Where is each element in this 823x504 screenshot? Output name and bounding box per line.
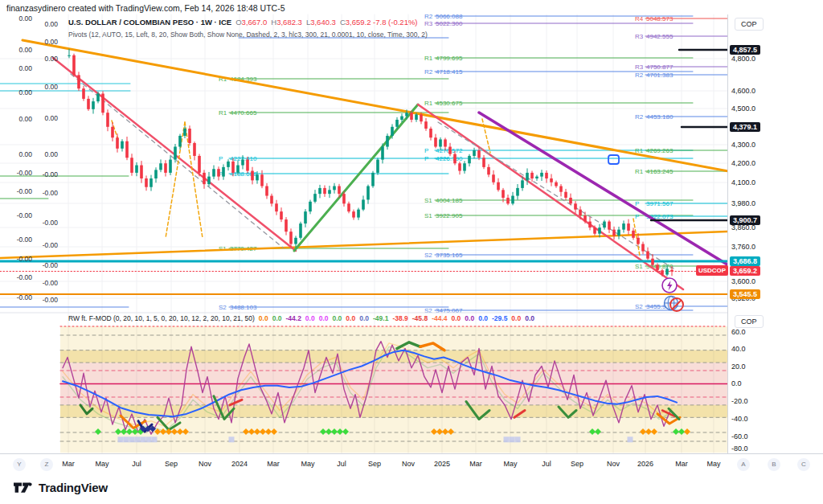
pivot-level-value: 4799.695 bbox=[436, 55, 463, 62]
pivot-level-value: 4163.245 bbox=[646, 168, 674, 175]
pivot-level-label: R4 bbox=[635, 15, 644, 23]
pivot-level-label: R1 bbox=[424, 55, 433, 62]
pivot-level-value: 3488.103 bbox=[230, 304, 257, 311]
symbol-price-badge: USDCOP bbox=[696, 265, 728, 276]
time-axis-label: May bbox=[301, 460, 314, 468]
signal-square bbox=[141, 436, 146, 442]
time-axis-label: Jul bbox=[337, 460, 346, 468]
tradingview-logo-icon bbox=[13, 481, 34, 494]
pivot-level-label: S1 bbox=[424, 197, 432, 204]
lower-indicator-legend[interactable]: RW ft. F-MOD (0, 20, 10, 1, 5, 0, 20, 10… bbox=[68, 314, 534, 322]
tradingview-logo[interactable]: TradingView bbox=[13, 481, 108, 494]
pivot-level-label: R2 bbox=[424, 68, 433, 76]
lower-indicator-value: 0.0 bbox=[359, 314, 369, 322]
toolbar-button-y[interactable]: Y bbox=[13, 458, 26, 471]
pivot-level-value: 4701.383 bbox=[646, 72, 674, 79]
lower-axis-label: -80.0 bbox=[731, 445, 748, 453]
pivot-level-value: 4530.675 bbox=[436, 100, 463, 107]
price-badge: 3,659.2 bbox=[730, 266, 760, 276]
lower-indicator-value: 0.0 bbox=[346, 314, 355, 322]
lower-indicator-value: 0.0 bbox=[525, 314, 534, 322]
signal-square bbox=[229, 436, 235, 442]
toolbar-button-z[interactable]: Z bbox=[40, 458, 53, 471]
time-axis-label: Nov bbox=[402, 460, 415, 468]
price-badge: 3,686.8 bbox=[730, 256, 760, 266]
lower-indicator-value: 0.0 bbox=[465, 314, 474, 322]
lower-indicator-value: 0.0 bbox=[319, 314, 329, 322]
signal-square bbox=[515, 436, 521, 442]
price-axis-label: 3,980.0 bbox=[731, 199, 755, 207]
symbol-legend[interactable]: U.S. DOLLAR / COLOMBIAN PESO · 1W · ICEO… bbox=[68, 17, 418, 27]
pivot-level-value: 3475.067 bbox=[436, 307, 463, 314]
pivot-level-value: 4718.415 bbox=[436, 68, 463, 76]
time-axis-label: Mar bbox=[267, 460, 280, 468]
pivot-level-value: 5022.300 bbox=[436, 20, 463, 27]
pivot-level-label: S2 bbox=[424, 307, 432, 314]
signal-square bbox=[504, 436, 510, 442]
signal-square bbox=[124, 436, 129, 442]
low-value: 3,640.3 bbox=[310, 18, 336, 27]
time-axis-label: May bbox=[503, 460, 517, 468]
open-value: 3,667.0 bbox=[242, 18, 268, 27]
lower-indicator-value: 0.0 bbox=[305, 314, 315, 322]
time-axis-label: Nov bbox=[607, 460, 620, 468]
lower-indicator-value: -44.2 bbox=[285, 314, 301, 322]
lower-indicator-title[interactable]: RW ft. F-MOD (0, 20, 10, 1, 5, 0, 20, 10… bbox=[68, 314, 255, 322]
footer: TradingView bbox=[0, 475, 823, 504]
price-axis-label: 3,760.0 bbox=[731, 243, 755, 251]
lower-axis-label: -20.0 bbox=[731, 397, 748, 405]
time-axis[interactable]: MarMayJulSepNov2024MarMayJulSepNov2025Ma… bbox=[0, 453, 823, 476]
time-axis-label: Jul bbox=[542, 460, 551, 468]
time-axis-label: May bbox=[706, 460, 720, 468]
pivot-level-value: 3735.165 bbox=[436, 252, 463, 259]
time-axis-label: Nov bbox=[199, 460, 211, 468]
signal-square bbox=[118, 436, 124, 442]
trend-drawings bbox=[0, 40, 727, 294]
lower-indicator-value: 0.0 bbox=[478, 314, 488, 322]
lower-axis-label: 20.0 bbox=[731, 363, 746, 371]
toolbar-button-c[interactable]: C bbox=[797, 458, 810, 471]
lower-indicator-value: -29.5 bbox=[492, 314, 507, 322]
symbol-title[interactable]: U.S. DOLLAR / COLOMBIAN PESO · 1W · ICE bbox=[68, 18, 231, 27]
pivot-level-label: P bbox=[635, 200, 639, 207]
toolbar-button-b[interactable]: B bbox=[768, 458, 780, 471]
chart-canvas[interactable]: R14684.393R14470.665P4227.410P4138.688S1… bbox=[0, 0, 727, 453]
price-badge: 4,857.5 bbox=[730, 45, 760, 55]
pivot-level-value: 4750.877 bbox=[646, 64, 674, 71]
pivots-indicator-legend[interactable]: Pivots (12, AUTO, 15, Left, 8, 20, Show … bbox=[68, 31, 428, 39]
pivot-level-label: P bbox=[424, 155, 428, 162]
signal-square bbox=[135, 436, 141, 442]
price-axis-label: 4,100.0 bbox=[731, 178, 755, 186]
lower-indicator-values: 0.00.0-44.20.00.00.00.00.0-49.1-38.9-45.… bbox=[255, 314, 534, 322]
pivot-level-label: S2 bbox=[219, 304, 227, 311]
lower-indicator-value: 0.0 bbox=[511, 314, 521, 322]
close-label: C bbox=[340, 18, 346, 27]
time-axis-label: Mar bbox=[469, 460, 482, 468]
time-axis-label: May bbox=[95, 460, 109, 468]
pivot-level-value: 5048.573 bbox=[646, 15, 674, 23]
signal-square bbox=[146, 436, 152, 442]
change-value: -7.8 (-0.21%) bbox=[373, 18, 417, 27]
lower-indicator-value: 0.0 bbox=[452, 314, 461, 322]
tradingview-logo-text: TradingView bbox=[39, 481, 108, 494]
candlesticks bbox=[68, 49, 674, 276]
pivot-level-value: 4453.180 bbox=[646, 113, 674, 121]
pivot-level-value: 3971.567 bbox=[646, 200, 674, 207]
toolbar-button-a[interactable]: A bbox=[737, 458, 750, 471]
time-axis-label: Sep bbox=[165, 460, 178, 468]
lower-axis-label: -60.0 bbox=[731, 432, 748, 440]
price-axis-label: 4,200.0 bbox=[731, 159, 755, 167]
lightning-icon bbox=[662, 278, 677, 293]
price-badge: 3,900.7 bbox=[730, 215, 760, 225]
currency-badge-main[interactable]: COP bbox=[735, 18, 764, 31]
currency-badge-lower[interactable]: COP bbox=[735, 315, 764, 328]
lower-indicator-value: -49.1 bbox=[373, 314, 388, 322]
lower-indicator-value: 0.0 bbox=[333, 314, 342, 322]
price-axis[interactable]: COP COP 18:48 4,800.04,600.04,500.04,300… bbox=[727, 14, 823, 453]
pivot-level-label: R3 bbox=[635, 64, 644, 71]
price-badge: 4,379.1 bbox=[730, 122, 760, 132]
pivot-level-value: 4269.263 bbox=[646, 147, 674, 154]
pivot-level-label: S1 bbox=[424, 212, 432, 219]
time-axis-label: 2025 bbox=[434, 460, 450, 468]
signal-square bbox=[152, 436, 158, 442]
